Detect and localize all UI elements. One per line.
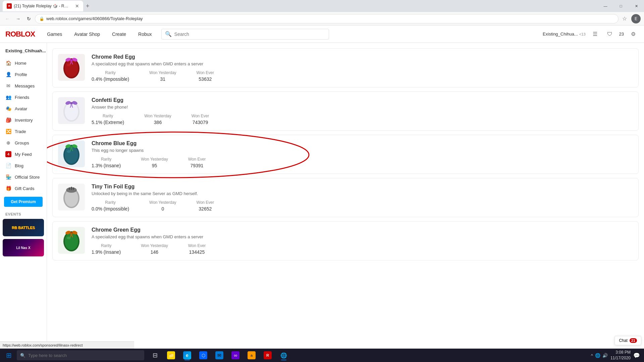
tab-close-button[interactable]: ✕ xyxy=(75,3,79,9)
trade-icon: 🔀 xyxy=(5,128,11,134)
confetti-egg-svg xyxy=(61,99,82,122)
chrome-green-won-yesterday-stat: Won Yesterday 146 xyxy=(141,243,168,255)
settings-shield-icon[interactable]: 🛡 xyxy=(604,29,615,40)
maximize-button[interactable]: □ xyxy=(613,0,629,12)
user-icon[interactable]: E xyxy=(631,13,641,24)
event-rb-battles[interactable]: RB BATTLES xyxy=(3,219,44,236)
sidebar-username: Existing_Chihuah... xyxy=(0,46,47,57)
task-view-icon: ⊟ xyxy=(151,351,159,359)
username-display[interactable]: Existing_Chihua... <13 xyxy=(543,32,585,37)
profile-icon: 👤 xyxy=(5,71,11,77)
taskbar-search-box[interactable]: 🔍 xyxy=(17,350,144,360)
chrome-blue-won-ever-stat: Won Ever 79391 xyxy=(188,157,206,168)
bookmark-button[interactable]: ☆ xyxy=(620,14,629,23)
taskbar-mail[interactable]: ✉ xyxy=(212,349,227,361)
sidebar-item-messages[interactable]: ✉ Messages xyxy=(0,80,47,92)
sidebar-item-blog[interactable]: 📄 Blog xyxy=(0,160,47,171)
roblox-logo[interactable]: ROBLOX xyxy=(5,30,35,39)
sidebar-item-my-feed[interactable]: 4 My Feed xyxy=(0,148,47,160)
taskbar-chrome[interactable]: 🌐 xyxy=(276,349,291,361)
sidebar-item-home[interactable]: 🏠 Home xyxy=(0,57,47,69)
volume-icon[interactable]: 🔊 xyxy=(602,353,608,358)
chrome-red-egg-desc: A specialized egg that spawns when GMD e… xyxy=(92,61,633,66)
sidebar-profile-label: Profile xyxy=(15,72,27,77)
won-yesterday-value: 31 xyxy=(160,76,166,82)
nav-robux[interactable]: Robux xyxy=(136,30,154,38)
profile-avatar[interactable]: E xyxy=(631,14,641,23)
inventory-icon: 🎒 xyxy=(5,117,11,123)
sidebar-messages-label: Messages xyxy=(15,83,35,88)
close-button[interactable]: ✕ xyxy=(629,0,644,12)
time-display: 3:08 PM xyxy=(610,350,631,355)
address-bar[interactable]: 🔒 web.roblox.com/games/4060866/Toytale-R… xyxy=(35,14,619,23)
forward-button[interactable]: → xyxy=(13,14,23,23)
chrome-red-egg-svg xyxy=(61,56,82,79)
sidebar-item-gift-cards[interactable]: 🎁 Gift Cards xyxy=(0,183,47,194)
egg-card-chrome-green: Chrome Green Egg A specialized egg that … xyxy=(52,221,639,260)
tiny-tin-egg-desc: Unlocked by being in the same Server as … xyxy=(92,191,633,196)
nav-create[interactable]: Create xyxy=(109,30,129,38)
taskbar: ⊞ 🔍 ⊟ 📁 e ⬡ ✉ ∞ a R 🌐 xyxy=(0,349,644,362)
active-tab[interactable]: R (21) Toytale Roleplay 🎲 - Robl... ✕ xyxy=(3,1,83,11)
groups-icon: ⊕ xyxy=(5,140,11,146)
tiny-tin-egg-svg xyxy=(61,185,82,209)
nav-games[interactable]: Games xyxy=(44,30,65,38)
chrome-green-egg-image xyxy=(58,227,85,254)
tab-favicon: R xyxy=(7,3,12,9)
messages-icon: ✉ xyxy=(5,83,11,89)
tiny-tin-won-ever-stat: Won Ever 32652 xyxy=(197,200,214,212)
tray-arrow[interactable]: ^ xyxy=(591,353,593,358)
search-box[interactable]: 🔍 xyxy=(161,29,329,40)
infinity-icon: ∞ xyxy=(231,351,239,359)
svg-point-1 xyxy=(65,60,78,77)
taskbar-file-explorer[interactable]: 📁 xyxy=(164,349,178,361)
notification-button[interactable]: 💬 xyxy=(633,352,640,359)
taskbar-infinity[interactable]: ∞ xyxy=(228,349,243,361)
taskbar-edge[interactable]: e xyxy=(180,349,195,361)
svg-point-16 xyxy=(70,145,73,147)
status-bar: https://web.roblox.com/sponsored/lilnasx… xyxy=(0,341,134,349)
get-premium-button[interactable]: Get Premium xyxy=(4,197,43,207)
taskbar-task-view[interactable]: ⊟ xyxy=(148,349,162,361)
sidebar-item-groups[interactable]: ⊕ Groups xyxy=(0,137,47,148)
taskbar-icons: ⊟ 📁 e ⬡ ✉ ∞ a R 🌐 xyxy=(148,349,291,361)
chrome-blue-won-yesterday-stat: Won Yesterday 95 xyxy=(141,157,168,168)
nav-avatar-shop[interactable]: Avatar Shop xyxy=(71,30,103,38)
back-button[interactable]: ← xyxy=(3,14,12,23)
rarity-label: Rarity xyxy=(105,70,115,75)
chrome-green-egg-info: Chrome Green Egg A specialized egg that … xyxy=(92,227,633,255)
friends-icon: 👥 xyxy=(5,94,11,100)
taskbar-dropbox[interactable]: ⬡ xyxy=(196,349,211,361)
confetti-rarity-stat: Rarity 5.1% (Extreme) xyxy=(92,114,124,125)
minimize-button[interactable]: — xyxy=(598,0,613,12)
tiny-tin-egg-name: Tiny Tin Foil Egg xyxy=(92,184,633,190)
date-display: 11/17/2020 xyxy=(610,355,631,361)
roblox-taskbar-icon: R xyxy=(264,351,272,359)
event-lil-nas-x[interactable]: Lil Nas X xyxy=(3,239,44,256)
search-input[interactable] xyxy=(174,32,325,37)
taskbar-amazon[interactable]: a xyxy=(244,349,259,361)
taskbar-roblox[interactable]: R xyxy=(260,349,275,361)
chat-button[interactable]: Chat 21 xyxy=(614,336,641,345)
robux-display[interactable]: 23 xyxy=(619,32,624,37)
tiny-tin-egg-stats: Rarity 0.0% (Impossible) Won Yesterday 0… xyxy=(92,200,633,212)
lock-icon: 🔒 xyxy=(39,16,44,21)
svg-point-7 xyxy=(65,103,78,120)
chat-badge: 21 xyxy=(630,338,637,343)
sidebar-item-avatar[interactable]: 🎭 Avatar xyxy=(0,103,47,114)
sidebar-gift-cards-label: Gift Cards xyxy=(15,186,35,191)
sidebar-item-trade[interactable]: 🔀 Trade xyxy=(0,126,47,137)
official-store-icon: 🏪 xyxy=(5,174,11,180)
sidebar-item-official-store[interactable]: 🏪 Official Store xyxy=(0,171,47,183)
taskbar-search-input[interactable] xyxy=(28,353,141,358)
rb-battles-text: RB BATTLES xyxy=(12,226,35,230)
sidebar-item-friends[interactable]: 👥 Friends xyxy=(0,92,47,103)
sidebar-item-profile[interactable]: 👤 Profile xyxy=(0,69,47,80)
sidebar-item-inventory[interactable]: 🎒 Inventory xyxy=(0,114,47,126)
start-button[interactable]: ⊞ xyxy=(1,349,16,361)
messages-icon[interactable]: ☰ xyxy=(590,29,600,40)
sidebar-home-label: Home xyxy=(15,61,26,66)
settings-icon[interactable]: ⚙ xyxy=(628,29,639,40)
new-tab-button[interactable]: + xyxy=(83,3,92,10)
reload-button[interactable]: ↻ xyxy=(24,14,34,23)
